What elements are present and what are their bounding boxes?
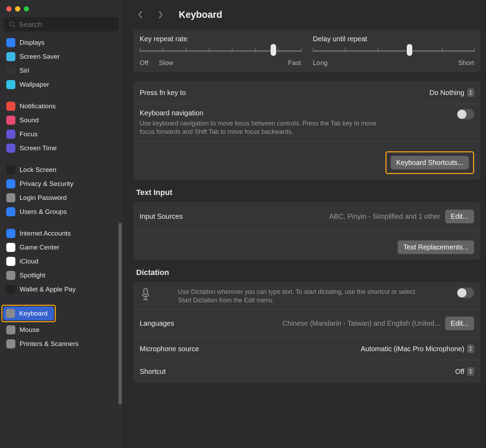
press-fn-row[interactable]: Press fn key to Do Nothing ▲▼ bbox=[140, 86, 474, 99]
keyboard-options-card: Press fn key to Do Nothing ▲▼ Keyboard n… bbox=[133, 81, 480, 180]
sidebar-item-keyboard[interactable]: Keyboard bbox=[3, 306, 54, 320]
text-replacements-button[interactable]: Text Replacements... bbox=[398, 240, 474, 254]
sidebar-item-sound[interactable]: Sound bbox=[3, 113, 119, 127]
sidebar-item-internet-accounts[interactable]: Internet Accounts bbox=[3, 226, 119, 240]
sidebar-item-wallet-apple-pay[interactable]: Wallet & Apple Pay bbox=[3, 282, 119, 296]
key-repeat-slider[interactable] bbox=[140, 49, 301, 53]
keyboard-shortcuts-button[interactable]: Keyboard Shortcuts... bbox=[391, 156, 469, 169]
sidebar-item-label: Focus bbox=[20, 130, 38, 138]
mic-source-label: Microphone source bbox=[140, 345, 199, 353]
scrollbar-thumb[interactable] bbox=[118, 223, 122, 405]
keyboard-nav-toggle[interactable] bbox=[457, 109, 474, 120]
sidebar-item-siri[interactable]: Siri bbox=[3, 64, 119, 78]
sidebar-icon bbox=[6, 116, 15, 125]
sidebar-item-label: Printers & Scanners bbox=[20, 340, 79, 348]
sidebar-item-label: Notifications bbox=[20, 102, 56, 110]
sidebar-item-screen-saver[interactable]: Screen Saver bbox=[3, 50, 119, 64]
sidebar-item-label: Siri bbox=[20, 67, 29, 74]
delay-short-label: Short bbox=[458, 59, 474, 67]
sidebar-item-label: Internet Accounts bbox=[20, 230, 71, 237]
dictation-languages-label: Languages bbox=[140, 319, 174, 327]
sidebar-item-privacy-security[interactable]: Privacy & Security bbox=[3, 177, 119, 191]
sidebar-item-focus[interactable]: Focus bbox=[3, 127, 119, 141]
key-repeat-label: Key repeat rate bbox=[140, 35, 301, 43]
keyboard-nav-desc: Use keyboard navigation to move focus be… bbox=[140, 119, 391, 136]
sidebar-icon bbox=[6, 144, 15, 153]
sidebar-item-label: Displays bbox=[20, 39, 45, 46]
sidebar-item-label: Mouse bbox=[20, 326, 39, 334]
input-sources-edit-button[interactable]: Edit... bbox=[445, 210, 474, 223]
sidebar-icon bbox=[6, 309, 15, 318]
sidebar-item-lock-screen[interactable]: Lock Screen bbox=[3, 163, 119, 177]
dictation-shortcut-value[interactable]: Off ▲▼ bbox=[455, 367, 474, 376]
sidebar: DisplaysScreen SaverSiriWallpaperNotific… bbox=[0, 0, 122, 448]
sidebar-item-notifications[interactable]: Notifications bbox=[3, 99, 119, 113]
mic-source-row[interactable]: Microphone source Automatic (iMac Pro Mi… bbox=[140, 342, 474, 355]
close-window-button[interactable] bbox=[6, 6, 12, 12]
sidebar-item-label: Screen Time bbox=[20, 144, 57, 152]
input-sources-value: ABC, Pinyin - Simplified and 1 other bbox=[329, 212, 440, 221]
sidebar-icon bbox=[6, 271, 15, 280]
dictation-languages-edit-button[interactable]: Edit... bbox=[445, 317, 474, 330]
key-repeat-block: Key repeat rate OffSlow Fast bbox=[140, 35, 301, 67]
sidebar-item-users-groups[interactable]: Users & Groups bbox=[3, 205, 119, 219]
keyboard-nav-title: Keyboard navigation bbox=[140, 109, 391, 117]
content-scroll[interactable]: Key repeat rate OffSlow Fast Delay until… bbox=[133, 26, 480, 448]
search-input[interactable] bbox=[3, 17, 119, 31]
sidebar-item-label: Privacy & Security bbox=[20, 180, 73, 188]
dictation-toggle[interactable] bbox=[457, 288, 474, 298]
microphone-icon bbox=[140, 288, 152, 301]
key-repeat-fast-label: Fast bbox=[288, 59, 301, 67]
sidebar-item-label: Game Center bbox=[20, 244, 59, 251]
press-fn-label: Press fn key to bbox=[140, 89, 186, 97]
sidebar-icon bbox=[6, 102, 15, 111]
back-button[interactable] bbox=[133, 8, 147, 22]
delay-long-label: Long bbox=[313, 59, 327, 67]
key-repeat-card: Key repeat rate OffSlow Fast Delay until… bbox=[133, 29, 480, 72]
keyboard-highlight: Keyboard bbox=[1, 305, 56, 322]
sidebar-icon bbox=[6, 80, 15, 89]
sidebar-item-label: iCloud bbox=[20, 258, 38, 265]
forward-button[interactable] bbox=[154, 8, 168, 22]
sidebar-item-label: Sound bbox=[20, 116, 39, 124]
delay-block: Delay until repeat Long Short bbox=[313, 35, 474, 67]
mic-source-value[interactable]: Automatic (iMac Pro Microphone) ▲▼ bbox=[361, 345, 474, 353]
press-fn-value[interactable]: Do Nothing ▲▼ bbox=[429, 88, 474, 97]
sidebar-item-screen-time[interactable]: Screen Time bbox=[3, 141, 119, 155]
sidebar-item-label: Keyboard bbox=[19, 310, 47, 317]
dictation-desc: Use Dictation wherever you can type text… bbox=[178, 288, 429, 305]
sidebar-icon bbox=[6, 130, 15, 139]
dictation-shortcut-label: Shortcut bbox=[140, 368, 165, 376]
text-input-card: Input Sources ABC, Pinyin - Simplified a… bbox=[133, 202, 480, 260]
updown-icon: ▲▼ bbox=[467, 367, 474, 376]
sidebar-item-icloud[interactable]: iCloud bbox=[3, 254, 119, 268]
sidebar-icon bbox=[6, 339, 15, 348]
minimize-window-button[interactable] bbox=[15, 6, 20, 12]
search-container bbox=[0, 17, 122, 36]
sidebar-item-label: Screen Saver bbox=[20, 53, 60, 60]
sidebar-icon bbox=[6, 193, 15, 202]
sidebar-item-displays[interactable]: Displays bbox=[3, 36, 119, 50]
slider-knob[interactable] bbox=[407, 44, 412, 56]
sidebar-item-label: Wallpaper bbox=[20, 81, 49, 88]
dictation-heading: Dictation bbox=[136, 268, 480, 277]
delay-slider[interactable] bbox=[313, 49, 474, 53]
sidebar-item-wallpaper[interactable]: Wallpaper bbox=[3, 78, 119, 92]
sidebar-item-label: Lock Screen bbox=[20, 166, 57, 174]
sidebar-icon bbox=[6, 207, 15, 216]
slider-knob[interactable] bbox=[271, 44, 276, 56]
sidebar-item-mouse[interactable]: Mouse bbox=[3, 323, 119, 337]
sidebar-icon bbox=[6, 66, 15, 75]
sidebar-item-label: Users & Groups bbox=[20, 208, 67, 216]
page-title: Keyboard bbox=[179, 9, 222, 20]
zoom-window-button[interactable] bbox=[24, 6, 29, 12]
sidebar-list[interactable]: DisplaysScreen SaverSiriWallpaperNotific… bbox=[0, 36, 122, 448]
dictation-shortcut-row[interactable]: Shortcut Off ▲▼ bbox=[140, 365, 474, 378]
sidebar-item-spotlight[interactable]: Spotlight bbox=[3, 268, 119, 282]
main-content: Keyboard Key repeat rate OffSlow Fast De… bbox=[122, 0, 486, 448]
sidebar-item-printers-scanners[interactable]: Printers & Scanners bbox=[3, 337, 119, 351]
sidebar-icon bbox=[6, 229, 15, 238]
sidebar-item-game-center[interactable]: Game Center bbox=[3, 240, 119, 254]
sidebar-item-login-password[interactable]: Login Password bbox=[3, 191, 119, 205]
dictation-languages-value: Chinese (Mandarin - Taiwan) and English … bbox=[282, 319, 440, 327]
